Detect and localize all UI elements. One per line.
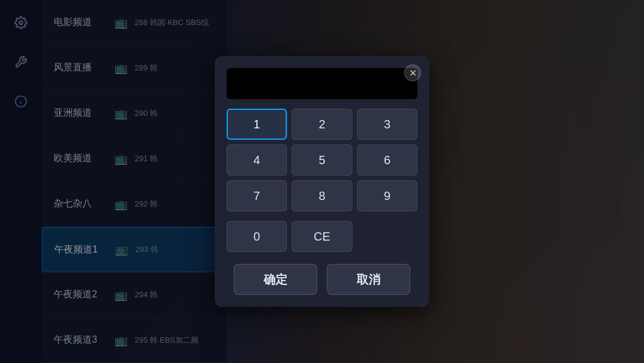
display-field (227, 68, 417, 99)
numpad-btn-4[interactable]: 4 (227, 144, 287, 176)
confirm-button[interactable]: 确定 (234, 264, 317, 295)
numpad-btn-3[interactable]: 3 (357, 109, 417, 140)
numpad-btn-8[interactable]: 8 (292, 180, 352, 211)
cancel-button[interactable]: 取消 (327, 264, 410, 295)
numpad-btn-9[interactable]: 9 (357, 180, 417, 211)
numpad-btn-ce[interactable]: CE (292, 221, 352, 252)
close-button[interactable]: ✕ (404, 64, 421, 81)
numpad-btn-7[interactable]: 7 (227, 180, 287, 211)
zero-row: 0 CE (227, 221, 417, 252)
numpad-btn-6[interactable]: 6 (357, 144, 417, 176)
numpad-grid: 1 2 3 4 5 6 7 8 9 (227, 109, 417, 211)
dialog-overlay: ✕ 1 2 3 4 5 6 7 8 9 0 CE 确定 取消 (0, 0, 644, 363)
action-row: 确定 取消 (227, 264, 417, 295)
numpad-dialog: ✕ 1 2 3 4 5 6 7 8 9 0 CE 确定 取消 (215, 56, 429, 307)
numpad-btn-2[interactable]: 2 (292, 109, 352, 140)
numpad-btn-0[interactable]: 0 (227, 221, 287, 252)
numpad-btn-1[interactable]: 1 (227, 109, 287, 140)
numpad-btn-5[interactable]: 5 (292, 144, 352, 176)
